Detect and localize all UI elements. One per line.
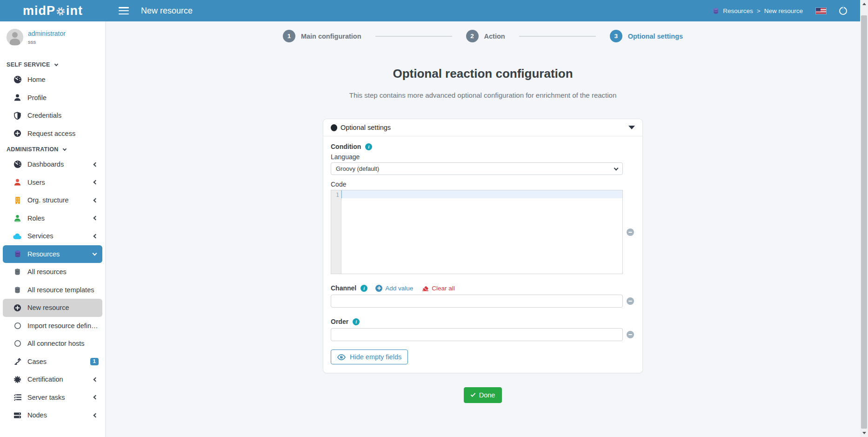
chevron-down-icon xyxy=(54,62,58,66)
page-header-title: New resource xyxy=(141,6,193,16)
route-icon xyxy=(13,357,22,366)
code-editor[interactable]: 1 xyxy=(331,190,623,274)
sidebar-item-nodes[interactable]: Nodes xyxy=(0,406,105,424)
sidebar-item-resources[interactable]: Resources xyxy=(3,245,102,263)
code-line-numbers: 1 xyxy=(331,190,341,274)
database-icon xyxy=(13,268,22,276)
language-select[interactable]: Groovy (default) xyxy=(331,162,623,175)
logout-power-icon[interactable] xyxy=(839,7,847,15)
building-icon xyxy=(13,196,22,205)
collapse-caret-icon[interactable] xyxy=(628,126,635,129)
wizard-step-optional-settings[interactable]: 3 Optional settings xyxy=(610,30,683,42)
section-header-self-service[interactable]: SELF SERVICE xyxy=(0,49,105,71)
sidebar-item-server-tasks[interactable]: Server tasks xyxy=(0,389,105,407)
scrollbar-thumb[interactable] xyxy=(861,15,867,429)
info-icon[interactable]: i xyxy=(353,318,360,325)
chevron-left-icon xyxy=(93,395,98,400)
optional-settings-card: Optional settings Condition i Language G… xyxy=(323,119,643,373)
sidebar-item-cases[interactable]: Cases 1 xyxy=(0,353,105,371)
remove-value-icon[interactable] xyxy=(627,331,634,338)
card-header-toggle[interactable]: Optional settings xyxy=(323,119,642,136)
chevron-left-icon xyxy=(93,180,98,185)
circle-outline-icon xyxy=(13,321,22,330)
add-value-button[interactable]: Add value xyxy=(375,285,413,292)
gear-icon xyxy=(56,7,66,16)
scroll-down-arrow-icon[interactable] xyxy=(862,432,866,434)
eraser-icon xyxy=(422,285,429,291)
circle-icon xyxy=(331,124,337,131)
chevron-left-icon xyxy=(93,234,98,238)
user-icon xyxy=(13,214,22,222)
order-input[interactable] xyxy=(331,328,623,341)
user-icon xyxy=(13,178,22,187)
menu-toggle-icon[interactable] xyxy=(119,7,129,14)
chevron-left-icon xyxy=(93,377,98,382)
wizard-steps: 1 Main configuration 2 Action 3 Optional… xyxy=(106,21,860,42)
server-icon xyxy=(13,411,22,420)
user-icon xyxy=(13,93,22,102)
breadcrumb-parent-link[interactable]: Resources xyxy=(723,7,753,14)
eye-icon xyxy=(337,354,346,360)
sidebar-item-certification[interactable]: Certification xyxy=(0,370,105,389)
sidebar-item-all-resources[interactable]: All resources xyxy=(0,263,105,281)
sidebar-item-roles[interactable]: Roles xyxy=(0,209,105,228)
language-flag-us-icon[interactable] xyxy=(816,8,826,14)
tachometer-icon xyxy=(13,75,22,84)
wizard-step-main-configuration[interactable]: 1 Main configuration xyxy=(283,30,361,42)
sidebar-item-services[interactable]: Services xyxy=(0,227,105,245)
tachometer-icon xyxy=(13,160,22,169)
user-name-link[interactable]: administrator xyxy=(28,30,66,37)
scroll-up-arrow-icon[interactable] xyxy=(862,3,866,5)
hide-empty-fields-button[interactable]: Hide empty fields xyxy=(331,350,408,364)
circle-outline-icon xyxy=(13,339,22,348)
info-icon[interactable]: i xyxy=(365,143,372,150)
step-connector-line xyxy=(519,36,596,37)
avatar xyxy=(7,29,23,46)
sidebar-item-all-connector-hosts[interactable]: All connector hosts xyxy=(0,335,105,353)
sidebar-item-credentials[interactable]: Credentials xyxy=(0,107,105,125)
remove-value-icon[interactable] xyxy=(627,229,634,236)
breadcrumb-current: New resource xyxy=(764,7,803,14)
plus-circle-icon xyxy=(13,303,22,312)
sidebar-item-home[interactable]: Home xyxy=(0,71,105,89)
cloud-icon xyxy=(13,232,22,241)
sidebar-item-import-resource-definition[interactable]: Import resource definit… xyxy=(0,317,105,335)
done-button[interactable]: Done xyxy=(464,387,502,403)
browser-scrollbar[interactable] xyxy=(860,0,868,437)
cases-badge: 1 xyxy=(90,358,99,365)
wizard-step-action[interactable]: 2 Action xyxy=(466,30,505,42)
check-icon xyxy=(470,392,475,397)
sidebar-item-profile[interactable]: Profile xyxy=(0,89,105,107)
chevron-down-icon xyxy=(62,147,66,151)
shield-icon xyxy=(13,111,22,120)
condition-label: Condition xyxy=(331,143,361,150)
section-header-administration[interactable]: ADMINISTRATION xyxy=(0,142,105,155)
language-label: Language xyxy=(331,153,360,161)
task-list-icon xyxy=(13,393,22,402)
breadcrumb: Resources > New resource xyxy=(713,7,803,14)
chevron-down-icon xyxy=(614,166,619,170)
info-icon[interactable]: i xyxy=(361,285,367,292)
remove-value-icon[interactable] xyxy=(627,297,634,305)
step-connector-line xyxy=(375,36,452,37)
plus-circle-icon xyxy=(375,285,382,292)
database-icon xyxy=(13,285,22,294)
channel-input[interactable] xyxy=(331,295,623,308)
chevron-left-icon xyxy=(93,198,98,202)
code-active-line xyxy=(341,190,622,198)
chevron-left-icon xyxy=(93,162,98,167)
app-logo[interactable]: midPint xyxy=(0,4,106,18)
page-subtitle: This step contains more advanced optiona… xyxy=(106,91,860,99)
sidebar-item-users[interactable]: Users xyxy=(0,174,105,192)
page-title: Optional reaction configuration xyxy=(106,67,860,81)
channel-label: Channel xyxy=(331,284,356,292)
card-title: Optional settings xyxy=(341,124,391,131)
clear-all-button[interactable]: Clear all xyxy=(422,285,455,292)
main-content: 1 Main configuration 2 Action 3 Optional… xyxy=(106,21,860,437)
sidebar-item-new-resource[interactable]: New resource xyxy=(3,299,102,317)
sidebar: administrator sss SELF SERVICE Home Prof… xyxy=(0,21,106,437)
sidebar-item-org-structure[interactable]: Org. structure xyxy=(0,191,105,209)
sidebar-item-all-resource-templates[interactable]: All resource templates xyxy=(0,281,105,299)
sidebar-item-request-access[interactable]: Request access xyxy=(0,125,105,143)
sidebar-item-dashboards[interactable]: Dashboards xyxy=(0,155,105,174)
